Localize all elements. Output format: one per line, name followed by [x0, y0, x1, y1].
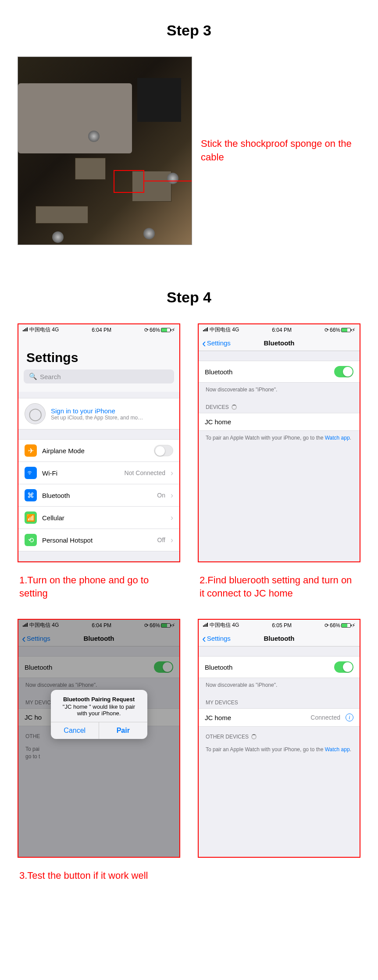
notifications-row[interactable]: ▢ Notifications › — [18, 561, 179, 562]
device-row-jchome[interactable]: JC home — [199, 413, 360, 431]
screenshot-connected: 中国电信 4G 6:05 PM ⟳ 66% ⚡︎ Settings Blueto… — [198, 619, 360, 858]
pairing-alert: Bluetooth Pairing Request "JC home " wou… — [51, 690, 147, 739]
other-devices-header: OTHER DEVICES — [199, 727, 360, 742]
wifi-icon: ᯤ — [25, 467, 37, 479]
caption-3: 3.Test the button if it work well — [18, 866, 360, 893]
watch-app-note: To pair an Apple Watch with your iPhone,… — [199, 431, 360, 445]
airplane-toggle[interactable] — [154, 445, 173, 456]
step3-annotation: Stick the shockproof sponge on the cable — [201, 137, 360, 164]
alert-title: Bluetooth Pairing Request — [57, 696, 141, 703]
watch-app-note: To pair an Apple Watch with your iPhone,… — [199, 742, 360, 757]
bluetooth-toggle[interactable] — [334, 366, 353, 377]
chevron-right-icon: › — [171, 469, 173, 478]
info-icon[interactable]: i — [346, 714, 353, 721]
airplane-row[interactable]: ✈ Airplane Mode — [18, 439, 179, 462]
bluetooth-toggle-row[interactable]: Bluetooth — [199, 361, 360, 383]
wifi-row[interactable]: ᯤ Wi-Fi Not Connected › — [18, 462, 179, 484]
callout-line — [144, 181, 192, 181]
cellular-row[interactable]: 📶 Cellular › — [18, 506, 179, 529]
chevron-right-icon: › — [171, 513, 173, 522]
status-bar: 中国电信 4G 6:05 PM ⟳ 66% ⚡︎ — [199, 620, 360, 631]
nav-title: Bluetooth — [264, 635, 295, 642]
bluetooth-icon: ⌘ — [25, 489, 37, 501]
alert-message: "JC home " would like to pair with your … — [57, 703, 141, 717]
spinner-icon — [251, 734, 257, 739]
avatar-icon: ◯ — [25, 403, 46, 424]
watch-app-link[interactable]: Watch app — [325, 746, 350, 753]
screenshot-pairing-request: 中国电信 4G 6:04 PM ⟳ 66% ⚡︎ Settings Blueto… — [18, 619, 180, 858]
signal-icon — [203, 327, 208, 331]
search-input[interactable]: 🔍 Search — [24, 369, 174, 383]
caption-2: 2.Find bluerooth setting and turn on it … — [198, 571, 360, 610]
bluetooth-row[interactable]: ⌘ Bluetooth On › — [18, 484, 179, 506]
pair-button[interactable]: Pair — [99, 722, 147, 739]
devices-header: DEVICES — [199, 397, 360, 413]
status-time: 6:04 PM — [92, 327, 111, 333]
step3-content: Stick the shockproof sponge on the cable — [18, 57, 360, 245]
motherboard-photo — [18, 57, 192, 245]
nav-bar: Settings Bluetooth — [199, 335, 360, 351]
signal-icon — [23, 327, 28, 331]
step4-title: Step 4 — [18, 289, 360, 306]
caption-1: 1.Turn on the phone and go to setting — [18, 571, 180, 610]
search-icon: 🔍 — [29, 373, 37, 380]
step3-title: Step 3 — [18, 22, 360, 39]
battery-icon — [161, 328, 171, 332]
status-bar: 中国电信 4G 6:04 PM ⟳ 66% ⚡︎ — [18, 324, 179, 335]
bluetooth-toggle[interactable] — [334, 661, 353, 673]
airplane-icon: ✈ — [25, 444, 37, 457]
screenshot-bluetooth-list: 中国电信 4G 6:04 PM ⟳ 66% ⚡︎ Settings Blueto… — [198, 323, 360, 562]
signin-row[interactable]: ◯ Sign in to your iPhone Set up iCloud, … — [18, 398, 179, 430]
back-button[interactable]: Settings — [202, 635, 231, 642]
back-button[interactable]: Settings — [202, 339, 231, 347]
spinner-icon — [232, 405, 237, 410]
device-row-jchome[interactable]: JC home Connected i — [199, 708, 360, 727]
my-devices-header: MY DEVICES — [199, 692, 360, 708]
bluetooth-toggle-row[interactable]: Bluetooth — [199, 656, 360, 678]
callout-frame — [114, 170, 144, 193]
hotspot-icon: ⟲ — [25, 534, 37, 546]
nav-title: Bluetooth — [264, 339, 295, 347]
chevron-right-icon: › — [171, 491, 173, 500]
screenshot-settings: 中国电信 4G 6:04 PM ⟳ 66% ⚡︎ Settings 🔍 Sear… — [18, 323, 180, 562]
page-title: Settings — [18, 335, 179, 369]
discoverable-text: Now discoverable as "iPhone". — [199, 383, 360, 397]
watch-app-link[interactable]: Watch app — [325, 435, 350, 441]
hotspot-row[interactable]: ⟲ Personal Hotspot Off › — [18, 529, 179, 551]
cellular-icon: 📶 — [25, 511, 37, 524]
chevron-right-icon: › — [171, 536, 173, 545]
cancel-button[interactable]: Cancel — [51, 722, 99, 739]
status-bar: 中国电信 4G 6:04 PM ⟳ 66% ⚡︎ — [199, 324, 360, 335]
